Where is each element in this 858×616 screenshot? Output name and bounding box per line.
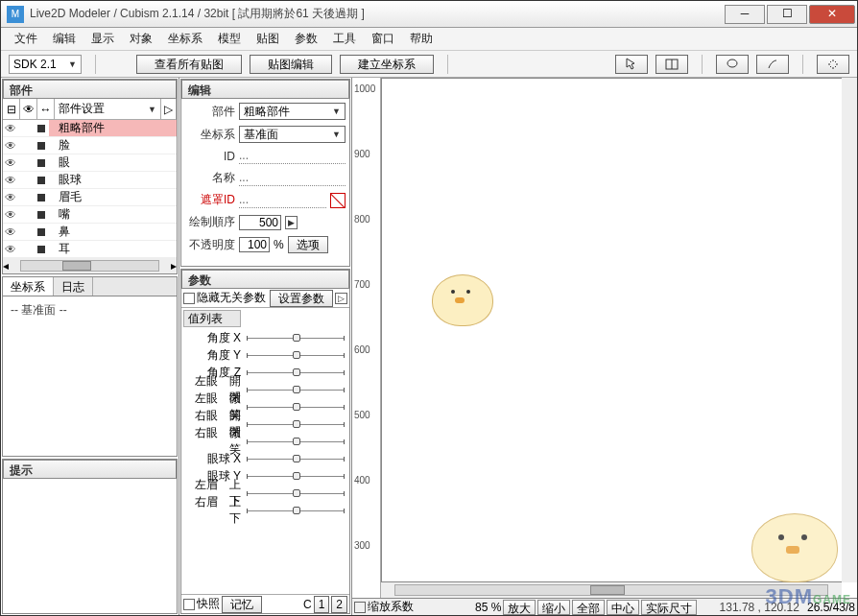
scroll-thumb[interactable] [590, 585, 625, 595]
param-row[interactable]: 右眉 上下 [181, 502, 349, 519]
preset-2-button[interactable]: 2 [331, 596, 347, 613]
coord-root[interactable]: -- 基准面 -- [7, 300, 173, 320]
zoom-in-button[interactable]: 放大 [503, 600, 536, 615]
snapshot-checkbox[interactable] [183, 599, 195, 610]
scroll-left-icon[interactable]: ◂ [3, 259, 9, 272]
coord-tree[interactable]: -- 基准面 -- [3, 296, 177, 456]
param-slider[interactable] [247, 333, 344, 343]
menu-coord[interactable]: 坐标系 [160, 29, 210, 49]
zoom-out-button[interactable]: 缩小 [537, 600, 570, 615]
settings-tool-icon[interactable] [817, 55, 849, 74]
tab-log[interactable]: 日志 [54, 277, 93, 296]
parts-list[interactable]: 👁 粗略部件👁 脸👁 眼👁 [3, 120, 177, 258]
edit-part-combo[interactable]: 粗略部件▼ [239, 103, 346, 120]
maximize-button[interactable]: ☐ [767, 5, 807, 24]
part-row[interactable]: 👁 耳 [3, 241, 177, 258]
visibility-icon[interactable]: 👁 [3, 243, 18, 256]
part-name: 脸 [49, 137, 177, 154]
params-arrow-right-icon[interactable]: ▷ [335, 293, 347, 304]
param-slider[interactable] [247, 367, 344, 377]
param-slider[interactable] [247, 350, 344, 360]
param-row[interactable]: 眼球 X [181, 450, 349, 467]
brush-tool-icon[interactable] [756, 55, 789, 74]
visibility-icon[interactable]: 👁 [3, 156, 18, 170]
param-slider[interactable] [247, 419, 344, 429]
param-list[interactable]: 角度 X 角度 Y 角度 Z 左眼 開閉 左眼 微笑 右眼 開閉 [181, 329, 349, 594]
actual-size-button[interactable]: 实际尺寸 [641, 600, 697, 615]
sdk-version-combo[interactable]: SDK 2.1 ▼ [9, 55, 82, 74]
param-slider[interactable] [247, 488, 344, 498]
preset-1-button[interactable]: 1 [314, 596, 330, 613]
part-row[interactable]: 👁 嘴 [3, 206, 177, 224]
vertical-ruler: 1000900800700600500400300 [352, 78, 381, 600]
edit-name-field[interactable]: ... [239, 171, 346, 186]
sdk-label: SDK 2.1 [13, 58, 57, 71]
minimize-button[interactable]: ─ [725, 5, 765, 24]
param-row[interactable]: 角度 X [181, 329, 349, 346]
part-row[interactable]: 👁 鼻 [3, 224, 177, 241]
visibility-icon[interactable]: 👁 [3, 191, 18, 204]
parts-arrow-right-icon[interactable]: ▷ [161, 99, 177, 119]
create-coord-button[interactable]: 建立坐标系 [340, 55, 434, 74]
param-settings-button[interactable]: 设置参数 [270, 290, 333, 307]
collapse-icon[interactable]: ⊟ [3, 99, 20, 119]
center-button[interactable]: 中心 [607, 600, 639, 615]
menu-file[interactable]: 文件 [7, 29, 45, 49]
edit-id-field[interactable]: ... [239, 149, 346, 164]
menu-texture[interactable]: 贴图 [249, 29, 287, 49]
texture-edit-button[interactable]: 贴图编辑 [250, 55, 332, 74]
param-row[interactable]: 右眼 微笑 [181, 433, 349, 450]
opacity-field[interactable]: 100 [239, 237, 270, 252]
param-row[interactable]: 角度 Y [181, 346, 349, 364]
visibility-icon[interactable]: 👁 [3, 174, 18, 187]
play-icon[interactable]: ▶ [285, 216, 298, 229]
scroll-thumb[interactable] [62, 261, 91, 271]
param-slider[interactable] [247, 402, 344, 412]
options-button[interactable]: 选项 [288, 236, 328, 253]
param-slider[interactable] [247, 437, 344, 446]
visibility-icon[interactable]: 👁 [3, 225, 18, 239]
menu-view[interactable]: 显示 [83, 29, 122, 49]
param-slider[interactable] [247, 454, 344, 463]
param-slider[interactable] [247, 385, 344, 394]
menu-tool[interactable]: 工具 [325, 29, 364, 49]
scroll-right-icon[interactable]: ▸ [171, 259, 177, 272]
view-all-textures-button[interactable]: 查看所有贴图 [136, 55, 242, 74]
fit-all-button[interactable]: 全部 [572, 600, 605, 615]
expand-h-icon[interactable]: ↔ [37, 99, 55, 119]
tab-coord[interactable]: 坐标系 [3, 277, 54, 296]
model-preview [424, 261, 501, 328]
grid-tool-icon[interactable] [655, 55, 688, 74]
visibility-icon[interactable]: 👁 [3, 122, 18, 135]
parts-settings-button[interactable]: 部件设置 ▼ [55, 99, 161, 119]
close-button[interactable]: ✕ [809, 5, 855, 24]
menu-params[interactable]: 参数 [287, 29, 325, 49]
memory-button[interactable]: 记忆 [222, 596, 262, 613]
mask-disabled-icon[interactable] [330, 193, 346, 208]
visibility-icon[interactable]: 👁 [3, 139, 18, 153]
menu-model[interactable]: 模型 [210, 29, 249, 49]
menu-edit[interactable]: 编辑 [45, 29, 83, 49]
part-row[interactable]: 👁 脸 [3, 137, 177, 154]
menu-help[interactable]: 帮助 [402, 29, 441, 49]
toolbar: SDK 2.1 ▼ 查看所有贴图 贴图编辑 建立坐标系 [1, 51, 857, 78]
hide-unrelated-checkbox[interactable] [183, 293, 195, 304]
part-row[interactable]: 👁 眼 [3, 154, 177, 172]
visibility-icon[interactable]: 👁 [3, 208, 18, 222]
edit-mask-field[interactable]: ... [239, 193, 326, 208]
status-checkbox[interactable] [354, 602, 366, 613]
eye-icon[interactable]: 👁 [20, 99, 37, 119]
value-list-tab[interactable]: 值列表 [183, 310, 241, 327]
lasso-tool-icon[interactable] [716, 55, 749, 74]
part-row[interactable]: 👁 眉毛 [3, 189, 177, 206]
menu-window[interactable]: 窗口 [364, 29, 402, 49]
edit-coord-combo[interactable]: 基准面▼ [239, 126, 346, 143]
arrow-tool-icon[interactable] [615, 55, 648, 74]
param-slider[interactable] [247, 506, 344, 515]
parts-scrollbar[interactable]: ◂ ▸ [3, 258, 177, 273]
part-row[interactable]: 👁 粗略部件 [3, 120, 177, 137]
menu-object[interactable]: 对象 [122, 29, 160, 49]
draw-order-field[interactable]: 500 [239, 215, 281, 230]
part-row[interactable]: 👁 眼球 [3, 172, 177, 189]
param-slider[interactable] [247, 471, 344, 481]
